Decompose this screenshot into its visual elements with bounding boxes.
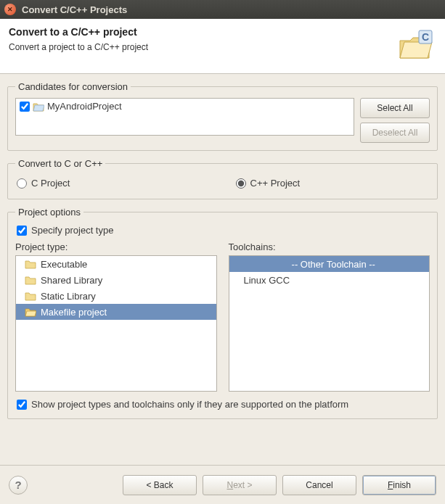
- wizard-header: Convert to a C/C++ project Convert a pro…: [0, 19, 445, 74]
- back-button[interactable]: < Back: [123, 475, 197, 495]
- specify-project-type-label: Specify project type: [31, 225, 113, 236]
- finish-button-label: F: [388, 480, 393, 490]
- candidate-name: MyAndroidProject: [47, 101, 122, 112]
- folder-icon: [25, 259, 36, 269]
- platform-filter-label: Show project types and toolchains only i…: [31, 399, 348, 410]
- candidate-checkbox[interactable]: [20, 102, 30, 112]
- list-item-selected[interactable]: Makefile project: [16, 304, 216, 320]
- toolchains-list[interactable]: -- Other Toolchain -- Linux GCC: [229, 255, 430, 392]
- c-project-radio[interactable]: C Project: [17, 178, 210, 189]
- svg-text:C: C: [422, 31, 429, 43]
- toolchains-label: Toolchains:: [229, 241, 430, 252]
- candidates-legend: Candidates for conversion: [15, 81, 131, 92]
- toolchain-item-selected[interactable]: -- Other Toolchain --: [229, 256, 430, 272]
- list-item[interactable]: Executable: [16, 256, 216, 272]
- project-type-list[interactable]: Executable Shared Library Static Library…: [15, 255, 217, 392]
- convert-type-legend: Convert to C or C++: [15, 158, 105, 169]
- candidates-list[interactable]: MyAndroidProject: [15, 98, 354, 136]
- next-button: Next >: [203, 475, 277, 495]
- deselect-all-button: Deselect All: [360, 123, 430, 143]
- convert-type-group: Convert to C or C++ C Project C++ Projec…: [7, 158, 438, 199]
- titlebar: ✕ Convert C/C++ Projects: [0, 0, 445, 19]
- folder-open-icon: [25, 307, 36, 317]
- specify-project-type-check[interactable]: Specify project type: [15, 223, 430, 241]
- list-item-label: Executable: [41, 259, 87, 270]
- c-project-radio-input[interactable]: [17, 178, 27, 189]
- c-project-label: C Project: [31, 178, 70, 189]
- list-item[interactable]: Static Library: [16, 288, 216, 304]
- platform-filter-check[interactable]: Show project types and toolchains only i…: [15, 392, 430, 411]
- specify-project-type-checkbox[interactable]: [17, 226, 27, 236]
- folder-icon: [25, 275, 36, 285]
- page-title: Convert to a C/C++ project: [9, 26, 148, 38]
- project-type-label: Project type:: [15, 241, 217, 252]
- candidate-item[interactable]: MyAndroidProject: [20, 101, 350, 112]
- folder-icon: [25, 291, 36, 301]
- list-item[interactable]: Shared Library: [16, 272, 216, 288]
- window-title: Convert C/C++ Projects: [22, 4, 127, 15]
- help-button[interactable]: ?: [9, 476, 28, 495]
- project-options-group: Project options Specify project type Pro…: [7, 207, 438, 419]
- cpp-project-radio-input[interactable]: [236, 178, 246, 189]
- project-folder-icon: [33, 102, 44, 112]
- wizard-footer: ? < Back Next > Cancel Finish: [0, 465, 445, 504]
- list-item-label: Shared Library: [41, 275, 102, 286]
- toolchain-item[interactable]: Linux GCC: [229, 272, 430, 288]
- toolchain-item-label: -- Other Toolchain --: [292, 259, 375, 270]
- back-button-label: < Back: [146, 480, 173, 490]
- folder-c-icon: C: [397, 26, 433, 65]
- finish-button[interactable]: Finish: [362, 475, 436, 495]
- cpp-project-radio[interactable]: C++ Project: [236, 178, 429, 189]
- cancel-button[interactable]: Cancel: [282, 475, 356, 495]
- cpp-project-label: C++ Project: [250, 178, 301, 189]
- candidates-group: Candidates for conversion MyAndroidProje…: [7, 81, 438, 151]
- platform-filter-checkbox[interactable]: [17, 400, 27, 410]
- next-button-label: N: [226, 480, 233, 490]
- list-item-label: Makefile project: [41, 307, 107, 318]
- list-item-label: Static Library: [41, 291, 96, 302]
- close-icon[interactable]: ✕: [4, 4, 16, 15]
- select-all-button[interactable]: Select All: [360, 98, 430, 118]
- toolchain-item-label: Linux GCC: [244, 275, 290, 286]
- page-subtitle: Convert a project to a C/C++ project: [9, 42, 148, 52]
- project-options-legend: Project options: [15, 207, 83, 218]
